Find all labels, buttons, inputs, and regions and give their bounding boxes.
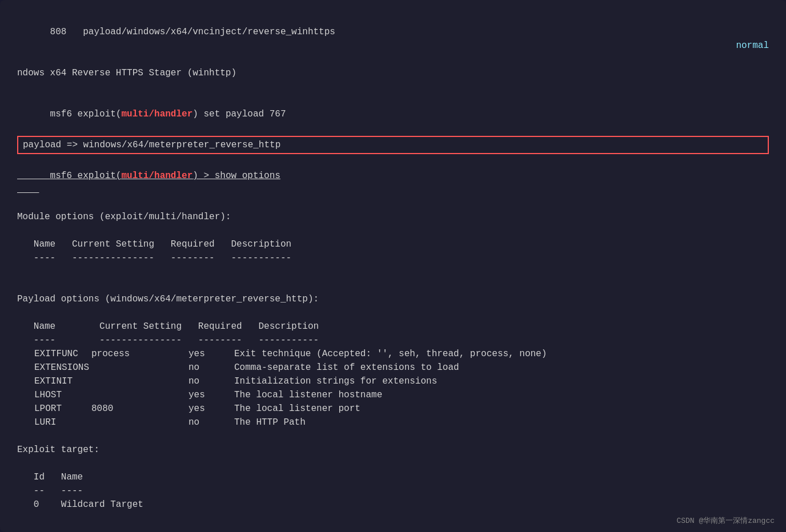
row-desc: The local listener port: [234, 404, 360, 414]
ndows-line: ndows x64 Reverse HTTPS Stager (winhttp): [17, 66, 769, 80]
row-desc: Comma-separate list of extensions to loa…: [234, 362, 459, 373]
module-options-header: Module options (exploit/multi/handler):: [17, 210, 769, 224]
payload-options-header: Payload options (windows/x64/meterpreter…: [17, 292, 769, 306]
blank-5: [17, 279, 769, 292]
row-required: no: [189, 416, 234, 429]
row-desc: Exit technique (Accepted: '', seh, threa…: [234, 349, 547, 359]
blank-4: [17, 265, 769, 279]
row-desc: Initialization strings for extensions: [234, 376, 437, 386]
row-setting: 8080: [91, 402, 189, 416]
normal-badge: normal: [736, 39, 769, 53]
underline-space: exploit(: [72, 171, 121, 181]
module-name-1: multi/handler: [121, 109, 193, 119]
target-table-header: Id Name: [17, 470, 769, 484]
row-desc: The HTTP Path: [234, 417, 306, 428]
row-name: EXTINIT: [17, 374, 91, 388]
row-desc: The local listener hostname: [234, 390, 382, 400]
row-name: LHOST: [17, 388, 91, 402]
underline-msf6: msf6: [50, 171, 72, 181]
exploit-target-header: Exploit target:: [17, 443, 769, 457]
blank-10: [17, 525, 769, 532]
module-table-sep: ---- --------------- -------- ----------…: [17, 251, 769, 265]
row-required: no: [189, 361, 234, 374]
row-name: EXTENSIONS: [17, 361, 91, 374]
blank-9: [17, 511, 769, 525]
target-row: 0 Wildcard Target: [17, 498, 769, 511]
payload-table-row: LPORT8080yesThe local listener port: [17, 402, 769, 416]
cmd-set-payload-line: msf6 exploit(multi/handler) set payload …: [17, 94, 769, 135]
underline-module: multi/handler: [121, 171, 193, 181]
row-required: no: [189, 374, 234, 388]
payload-table-row: LURInoThe HTTP Path: [17, 416, 769, 429]
blank-2: [17, 196, 769, 210]
prompt-suffix-1: ) set payload 767: [193, 109, 286, 119]
payload-table-sep: ---- --------------- -------- ----------…: [17, 333, 769, 347]
row-name: LPORT: [17, 402, 91, 416]
blank-8: [17, 457, 769, 470]
blank-7: [17, 429, 769, 443]
blank-1: [17, 80, 769, 94]
row-name: LURI: [17, 416, 91, 429]
payload-result-box: payload => windows/x64/meterpreter_rever…: [17, 136, 769, 154]
scroll-line-1: 808 payload/windows/x64/vncinject/revers…: [17, 11, 769, 66]
cmd-show-options-line: msf6 exploit(multi/handler) > show optio…: [17, 155, 769, 196]
blank-3: [17, 224, 769, 237]
watermark: CSDN @华南第一深情zangcc: [676, 515, 775, 527]
payload-table-row: EXTINITnoInitialization strings for exte…: [17, 374, 769, 388]
module-table-header: Name Current Setting Required Descriptio…: [17, 237, 769, 251]
prompt-msf6-1: msf6 exploit(: [50, 109, 122, 119]
payload-table-row: LHOSTyesThe local listener hostname: [17, 388, 769, 402]
payload-table-rows: EXITFUNCprocessyesExit technique (Accept…: [17, 347, 769, 429]
row-required: yes: [189, 402, 234, 416]
row-setting: process: [91, 347, 189, 361]
terminal-content: 808 payload/windows/x64/vncinject/revers…: [17, 11, 769, 532]
terminal-window: 808 payload/windows/x64/vncinject/revers…: [0, 0, 786, 532]
row-required: yes: [189, 347, 234, 361]
blank-6: [17, 306, 769, 320]
payload-table-row: EXTENSIONSnoComma-separate list of exten…: [17, 361, 769, 374]
scroll-text: 808 payload/windows/x64/vncinject/revers…: [50, 27, 335, 37]
payload-table-row: EXITFUNCprocessyesExit technique (Accept…: [17, 347, 769, 361]
row-name: EXITFUNC: [17, 347, 91, 361]
payload-table-header: Name Current Setting Required Descriptio…: [17, 320, 769, 333]
row-required: yes: [189, 388, 234, 402]
underline-suffix: ) > show options: [193, 171, 280, 181]
target-table-sep: -- ----: [17, 484, 769, 498]
